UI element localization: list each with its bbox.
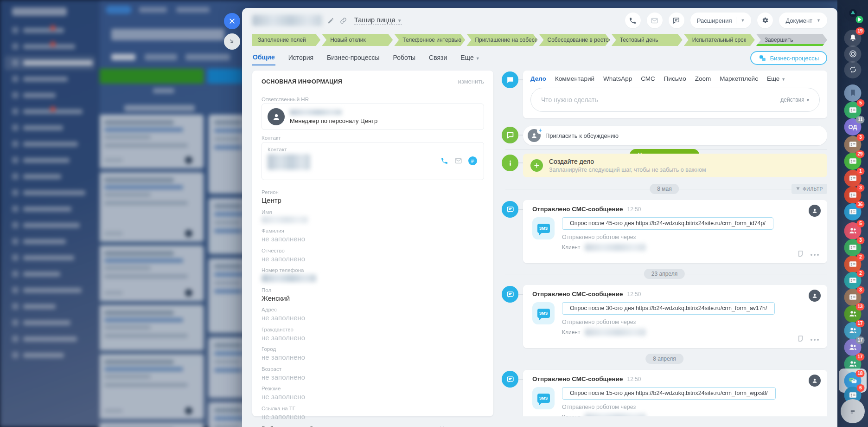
client-name-masked [585,414,646,416]
field-label: Возраст [262,366,484,372]
responsible-box[interactable]: Менеджер по персоналу Центр [262,104,484,130]
more-actions-icon[interactable] [811,339,819,341]
field-label: Имя [262,209,484,215]
pipeline-stage[interactable]: Телефонное интервью [394,34,465,46]
chat-button[interactable] [669,13,684,28]
copy-link-icon[interactable] [340,17,347,24]
mail-button[interactable] [647,13,663,28]
pipeline-stage[interactable]: Приглашение на собеседова... [466,34,537,46]
entity-content: ОСНОВНАЯ ИНФОРМАЦИЯ изменить Ответственн… [242,66,837,416]
tab-Связи[interactable]: Связи [428,51,447,65]
tab-Общие[interactable]: Общие [252,51,275,65]
pipeline-stage[interactable]: Заполнение полей [252,34,320,46]
todo-actions-dropdown[interactable]: действия ▼ [780,97,810,103]
sms-entry-time: 12:50 [627,291,641,298]
sms-badge: SMS [537,224,550,233]
sms-entry-content: Опрос после 15-ого дня https://b24-wdzuk… [562,387,776,416]
sent-by-robot-label: Отправлено роботом через [562,319,775,325]
delete-section-link[interactable]: Удалить раздел [440,425,484,427]
client-row: Клиент [562,244,773,251]
timeline-tab-more[interactable]: Еще ▼ [767,75,785,82]
hint-subtitle: Запланируйте следующий шаг, чтобы не заб… [549,167,706,173]
client-name-masked [585,244,646,251]
date-divider: 8 апреля [502,354,827,364]
dock-channel-od-icon[interactable]: ОД11 [844,118,862,136]
filter-button[interactable]: ФИЛЬТР [791,184,827,194]
tab-Роботы[interactable]: Роботы [393,51,416,65]
field-label: Ответственный HR [262,97,484,102]
chevron-down-icon: ▼ [397,18,402,23]
pipeline-stage[interactable]: Тестовый день [612,34,683,46]
document-dropdown[interactable]: Документ ▼ [779,13,827,28]
create-field-link[interactable]: Создать поле [309,425,347,427]
timeline-tab-Письмо[interactable]: Письмо [664,75,686,82]
edit-title-icon[interactable] [327,17,334,24]
timeline-tab-Дело[interactable]: Дело [530,75,546,82]
call-button[interactable] [625,13,641,28]
date-pill: 8 мая [650,184,679,194]
field-label: Город [262,346,484,352]
select-field-link[interactable]: Выбрать поле [262,425,301,427]
pipeline-stage[interactable]: Новый отклик [322,34,393,46]
dock-dock-menu-icon[interactable] [841,399,865,423]
pipeline-stage[interactable]: Испытательный срок [684,34,755,46]
timeline-tab-СМС[interactable]: СМС [641,75,655,82]
extensions-dropdown[interactable]: Расширения ▼ [690,13,752,28]
collapse-slider-icon[interactable] [224,33,240,50]
sms-icon: SMS [532,217,555,239]
contact-chat-icon[interactable] [468,156,477,165]
business-process-button[interactable]: Бизнес-процессы [750,51,827,65]
dock-channel-6-icon[interactable]: 36 [844,203,862,220]
note-icon[interactable] [797,250,804,259]
timeline-tab-Zoom[interactable]: Zoom [695,75,711,82]
field-Номер телефона: Номер телефона [262,267,484,282]
contact-name-masked [268,154,310,170]
sms-entry-title: Отправлено СМС-сообщение [532,206,623,213]
dock-notifications-icon[interactable]: 19 [844,30,862,47]
field-Регион: РегионЦентр [262,189,484,204]
invite-to-discussion[interactable]: + Пригласить к обсуждению [523,126,827,145]
tab-Бизнес-процессы[interactable]: Бизнес-процессы [326,51,380,65]
contact-mail-icon[interactable] [454,157,462,165]
more-actions-icon[interactable] [811,254,819,256]
plus-icon: + [537,128,543,134]
client-row: Клиент [562,414,776,416]
hint-title[interactable]: Создайте дело [549,158,706,165]
unread-badge: 36 [855,201,864,208]
tab-more[interactable]: Еще▼ [460,51,480,65]
sms-message-bubble[interactable]: Опрос после 45-ого дня https://b24-wdzuk… [562,217,773,230]
field-Город: Городне заполнено [262,346,484,361]
sms-message-bubble[interactable]: Опрос после 30-ого дня https://b24-wdzuk… [562,302,775,315]
sms-entry-content: Опрос после 30-ого дня https://b24-wdzuk… [562,302,775,336]
timeline-tab-Комментарий[interactable]: Комментарий [555,75,594,82]
unread-badge: 11 [856,116,865,123]
timeline-tab-WhatsApp[interactable]: WhatsApp [603,75,632,82]
pipeline-stage[interactable]: Собеседование в ресторане [539,34,610,46]
timeline-tabs: ДелоКомментарийWhatsAppСМСПисьмоZoomМарк… [530,75,820,82]
note-icon[interactable] [797,335,804,344]
timeline-icon-col [502,370,523,416]
contact-box[interactable]: Контакт [262,142,484,180]
timeline-tab-Маркетплейс[interactable]: Маркетплейс [720,75,758,82]
timeline-icon-col [502,200,523,263]
field-Резюме: Резюмене заполнено [262,386,484,401]
dock-focus-icon[interactable] [844,45,862,63]
client-label: Клиент [562,414,581,416]
contact-call-icon[interactable] [440,157,448,165]
company-link[interactable]: Ташир пицца▼ [354,16,402,25]
edit-section-link[interactable]: изменить [458,78,484,85]
dock-chat-transfer-icon[interactable] [844,61,862,78]
add-task-icon[interactable] [530,159,543,172]
sms-message-bubble[interactable]: Опрос после 15-ого дня https://b24-wdzuk… [562,387,776,400]
settings-gear-icon[interactable] [757,13,773,28]
field-value: не заполнено [262,373,484,381]
pipeline-stage-bar: Заполнение полейНовый откликТелефонное и… [252,34,827,46]
tab-История[interactable]: История [288,51,314,65]
timeline-icon-col [502,154,523,177]
close-icon[interactable] [224,13,240,29]
sms-entry-header: Отправлено СМС-сообщение12:50 [532,375,818,382]
sms-stream-icon [502,286,518,303]
dock-messenger-logo-icon[interactable] [844,5,862,22]
todo-input[interactable] [540,96,780,104]
pipeline-stage[interactable]: Завершить [756,34,827,46]
